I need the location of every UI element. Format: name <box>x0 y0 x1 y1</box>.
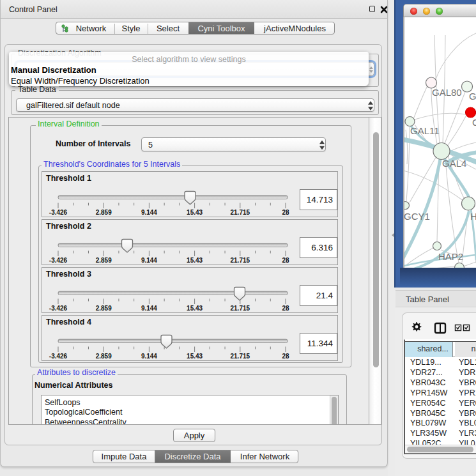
svg-text:9.144: 9.144 <box>141 353 157 360</box>
svg-text:2.859: 2.859 <box>96 305 112 312</box>
svg-text:15.43: 15.43 <box>187 257 203 264</box>
svg-text:15.43: 15.43 <box>187 305 203 312</box>
svg-text:-3.426: -3.426 <box>49 209 68 216</box>
svg-text:9.144: 9.144 <box>141 257 157 264</box>
svg-text:HAP2: HAP2 <box>438 251 463 262</box>
svg-text:21.715: 21.715 <box>231 209 250 216</box>
svg-text:21.715: 21.715 <box>231 257 250 264</box>
svg-text:-3.426: -3.426 <box>49 257 68 264</box>
svg-text:21.715: 21.715 <box>231 305 250 312</box>
svg-text:28: 28 <box>282 353 289 360</box>
svg-text:-3.426: -3.426 <box>49 353 68 360</box>
svg-text:9.144: 9.144 <box>141 305 157 312</box>
svg-text:2.859: 2.859 <box>96 353 112 360</box>
svg-text:GAL4: GAL4 <box>442 158 466 169</box>
svg-text:21.715: 21.715 <box>231 353 250 360</box>
svg-text:GAL80: GAL80 <box>432 87 462 98</box>
svg-text:GAL11: GAL11 <box>410 125 440 136</box>
svg-text:15.43: 15.43 <box>187 209 203 216</box>
svg-text:28: 28 <box>282 209 289 216</box>
svg-text:GA: GA <box>469 91 476 102</box>
svg-text:28: 28 <box>282 257 289 264</box>
svg-text:GCY1: GCY1 <box>404 211 430 222</box>
svg-text:H: H <box>470 211 476 222</box>
svg-text:28: 28 <box>282 305 289 312</box>
svg-text:2.859: 2.859 <box>96 209 112 216</box>
svg-text:2.859: 2.859 <box>96 257 112 264</box>
svg-text:C: C <box>472 117 476 128</box>
svg-text:9.144: 9.144 <box>141 209 157 216</box>
svg-text:-3.426: -3.426 <box>49 305 68 312</box>
svg-text:15.43: 15.43 <box>187 353 203 360</box>
